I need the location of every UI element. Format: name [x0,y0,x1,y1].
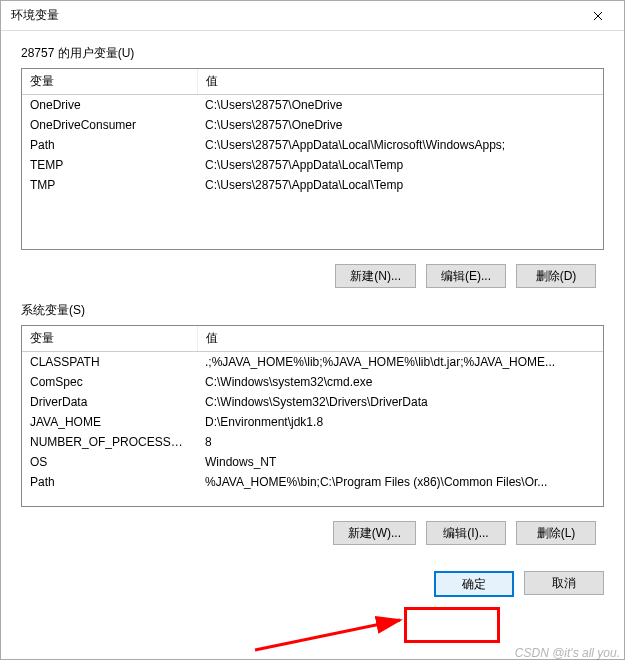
var-name-cell: Path [22,472,197,492]
env-vars-dialog: 环境变量 28757 的用户变量(U) 变量 值 OneDriveC:\User… [0,0,625,660]
watermark: CSDN @it's all you. [515,646,620,660]
sys-vars-label: 系统变量(S) [21,302,604,319]
table-row[interactable]: OneDriveConsumerC:\Users\28757\OneDrive [22,115,603,135]
var-name-cell: OneDrive [22,95,197,116]
user-delete-button[interactable]: 删除(D) [516,264,596,288]
cancel-button[interactable]: 取消 [524,571,604,595]
var-value-cell: Windows_NT [197,452,603,472]
table-row[interactable]: JAVA_HOMED:\Environment\jdk1.8 [22,412,603,432]
col-header-val[interactable]: 值 [197,326,603,352]
col-header-var[interactable]: 变量 [22,326,197,352]
var-name-cell: CLASSPATH [22,352,197,373]
close-icon [593,11,603,21]
var-value-cell: C:\Users\28757\AppData\Local\Temp [197,155,603,175]
var-value-cell: 8 [197,432,603,452]
ok-button[interactable]: 确定 [434,571,514,597]
close-button[interactable] [578,2,618,30]
dialog-content: 28757 的用户变量(U) 变量 值 OneDriveC:\Users\287… [1,31,624,571]
sys-vars-table-wrap: 变量 值 CLASSPATH.;%JAVA_HOME%\lib;%JAVA_HO… [21,325,604,507]
table-row[interactable]: NUMBER_OF_PROCESSORS8 [22,432,603,452]
var-value-cell: C:\Users\28757\OneDrive [197,115,603,135]
var-value-cell: C:\Users\28757\AppData\Local\Temp [197,175,603,195]
user-vars-buttons: 新建(N)... 编辑(E)... 删除(D) [21,250,604,302]
table-row[interactable]: OSWindows_NT [22,452,603,472]
table-row[interactable]: TEMPC:\Users\28757\AppData\Local\Temp [22,155,603,175]
user-vars-table: 变量 值 OneDriveC:\Users\28757\OneDriveOneD… [22,69,603,195]
table-row[interactable]: DriverDataC:\Windows\System32\Drivers\Dr… [22,392,603,412]
var-value-cell: C:\Windows\System32\Drivers\DriverData [197,392,603,412]
titlebar: 环境变量 [1,1,624,31]
user-vars-table-wrap: 变量 值 OneDriveC:\Users\28757\OneDriveOneD… [21,68,604,250]
dialog-title: 环境变量 [11,7,578,24]
sys-new-button[interactable]: 新建(W)... [333,521,416,545]
var-name-cell: NUMBER_OF_PROCESSORS [22,432,197,452]
var-value-cell: .;%JAVA_HOME%\lib;%JAVA_HOME%\lib\dt.jar… [197,352,603,373]
var-name-cell: Path [22,135,197,155]
user-new-button[interactable]: 新建(N)... [335,264,416,288]
var-name-cell: OneDriveConsumer [22,115,197,135]
var-name-cell: TEMP [22,155,197,175]
sys-edit-button[interactable]: 编辑(I)... [426,521,506,545]
table-row[interactable]: TMPC:\Users\28757\AppData\Local\Temp [22,175,603,195]
table-row[interactable]: CLASSPATH.;%JAVA_HOME%\lib;%JAVA_HOME%\l… [22,352,603,373]
var-name-cell: OS [22,452,197,472]
table-row[interactable]: Path%JAVA_HOME%\bin;C:\Program Files (x8… [22,472,603,492]
table-row[interactable]: OneDriveC:\Users\28757\OneDrive [22,95,603,116]
var-value-cell: C:\Users\28757\OneDrive [197,95,603,116]
var-value-cell: %JAVA_HOME%\bin;C:\Program Files (x86)\C… [197,472,603,492]
var-value-cell: C:\Windows\system32\cmd.exe [197,372,603,392]
var-name-cell: DriverData [22,392,197,412]
table-row[interactable]: PathC:\Users\28757\AppData\Local\Microso… [22,135,603,155]
sys-vars-table: 变量 值 CLASSPATH.;%JAVA_HOME%\lib;%JAVA_HO… [22,326,603,492]
sys-vars-buttons: 新建(W)... 编辑(I)... 删除(L) [21,507,604,559]
sys-delete-button[interactable]: 删除(L) [516,521,596,545]
var-value-cell: C:\Users\28757\AppData\Local\Microsoft\W… [197,135,603,155]
dialog-footer: 确定 取消 [1,571,624,611]
user-vars-label: 28757 的用户变量(U) [21,45,604,62]
col-header-var[interactable]: 变量 [22,69,197,95]
var-value-cell: D:\Environment\jdk1.8 [197,412,603,432]
var-name-cell: JAVA_HOME [22,412,197,432]
user-edit-button[interactable]: 编辑(E)... [426,264,506,288]
col-header-val[interactable]: 值 [197,69,603,95]
var-name-cell: TMP [22,175,197,195]
var-name-cell: ComSpec [22,372,197,392]
table-row[interactable]: ComSpecC:\Windows\system32\cmd.exe [22,372,603,392]
